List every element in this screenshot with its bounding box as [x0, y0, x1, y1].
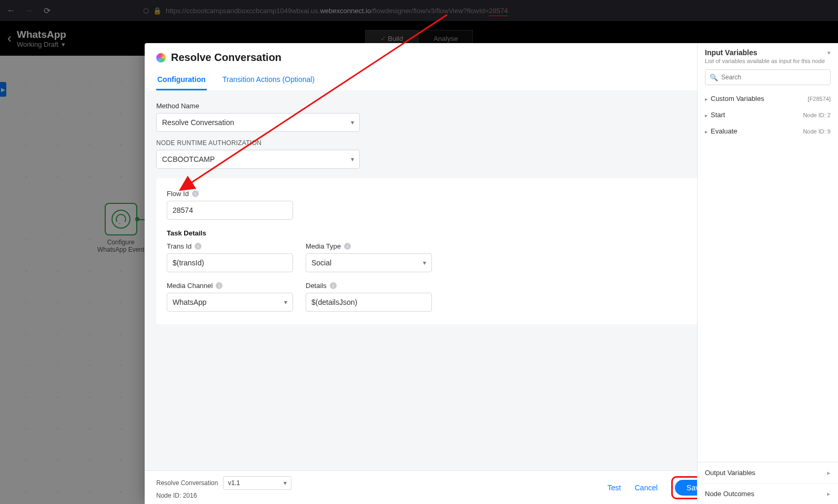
flowid-input[interactable]	[167, 201, 293, 220]
search-icon: 🔍	[710, 74, 718, 81]
chevron-down-icon[interactable]: ▾	[827, 49, 831, 56]
chevron-right-icon: ▸	[827, 490, 831, 498]
output-variables-row[interactable]: Output Variables▸	[698, 462, 838, 483]
var-group-custom[interactable]: ▸Custom Variables [F28574]	[705, 90, 831, 107]
info-icon[interactable]: i	[216, 282, 223, 289]
chevron-right-icon: ▸	[705, 96, 708, 102]
flowid-label: Flow Idi	[167, 190, 708, 198]
var-group-meta: [F28574]	[808, 96, 831, 102]
chevron-right-icon: ▸	[705, 112, 708, 118]
variable-search[interactable]: 🔍	[705, 69, 831, 85]
info-icon[interactable]: i	[195, 243, 201, 250]
auth-label: NODE RUNTIME AUTHORIZATION	[156, 139, 719, 147]
method-name-label: Method Name	[156, 102, 719, 110]
method-name-select[interactable]: Resolve Conversation▾	[156, 113, 360, 132]
mediach-label: Media Channeli	[167, 282, 293, 290]
info-icon[interactable]: i	[344, 243, 351, 250]
variable-search-input[interactable]	[721, 74, 826, 81]
node-config-modal: Resolve Conversation Configuration Trans…	[145, 43, 730, 504]
var-group-meta: Node ID: 2	[803, 112, 831, 118]
modal-tabs: Configuration Transition Actions (Option…	[156, 71, 719, 90]
auth-select[interactable]: CCBOOTCAMP▾	[156, 150, 360, 169]
app-logo-icon	[156, 53, 166, 63]
var-group-evaluate[interactable]: ▸Evaluate Node ID: 9	[705, 123, 831, 139]
modal-footer: Resolve Conversation v1.1▾ Node ID: 2016…	[145, 470, 730, 504]
test-button[interactable]: Test	[608, 484, 621, 492]
modal-title: Resolve Conversation	[156, 52, 719, 64]
task-card: Flow Idi Task Details Trans Idi Media Ty…	[156, 178, 719, 324]
mediach-select[interactable]: WhatsApp▾	[167, 293, 293, 312]
panel-subtitle: List of variables available as input for…	[705, 58, 831, 64]
chevron-down-icon: ▾	[423, 259, 426, 266]
chevron-right-icon: ▸	[705, 129, 708, 135]
tab-transition-actions[interactable]: Transition Actions (Optional)	[221, 71, 316, 90]
chevron-right-icon: ▸	[827, 469, 831, 477]
var-group-meta: Node ID: 9	[803, 128, 831, 135]
panel-title: Input Variables▾	[705, 48, 831, 57]
version-select[interactable]: v1.1▾	[223, 476, 291, 490]
footer-node-name: Resolve Conversation	[156, 479, 218, 487]
info-icon[interactable]: i	[192, 190, 199, 197]
modal-body: Method Name Resolve Conversation▾ NODE R…	[145, 90, 730, 470]
mediatype-label: Media Typei	[306, 242, 432, 250]
transid-label: Trans Idi	[167, 242, 293, 250]
task-details-header: Task Details	[167, 229, 708, 237]
footer-node-id: Node ID: 2016	[156, 492, 291, 499]
chevron-down-icon: ▾	[284, 299, 287, 306]
mediatype-select[interactable]: Social▾	[306, 253, 432, 272]
chevron-down-icon: ▾	[351, 119, 354, 126]
cancel-button[interactable]: Cancel	[634, 484, 658, 492]
node-outcomes-row[interactable]: Node Outcomes▸	[698, 483, 838, 504]
details-label: Detailsi	[306, 282, 432, 290]
input-variables-panel: Input Variables▾ List of variables avail…	[697, 43, 838, 504]
tab-configuration[interactable]: Configuration	[156, 71, 207, 90]
chevron-down-icon: ▾	[351, 156, 354, 163]
transid-input[interactable]	[167, 253, 293, 272]
info-icon[interactable]: i	[330, 282, 337, 289]
var-group-start[interactable]: ▸Start Node ID: 2	[705, 107, 831, 123]
details-input[interactable]	[306, 293, 432, 312]
chevron-down-icon: ▾	[284, 479, 287, 487]
